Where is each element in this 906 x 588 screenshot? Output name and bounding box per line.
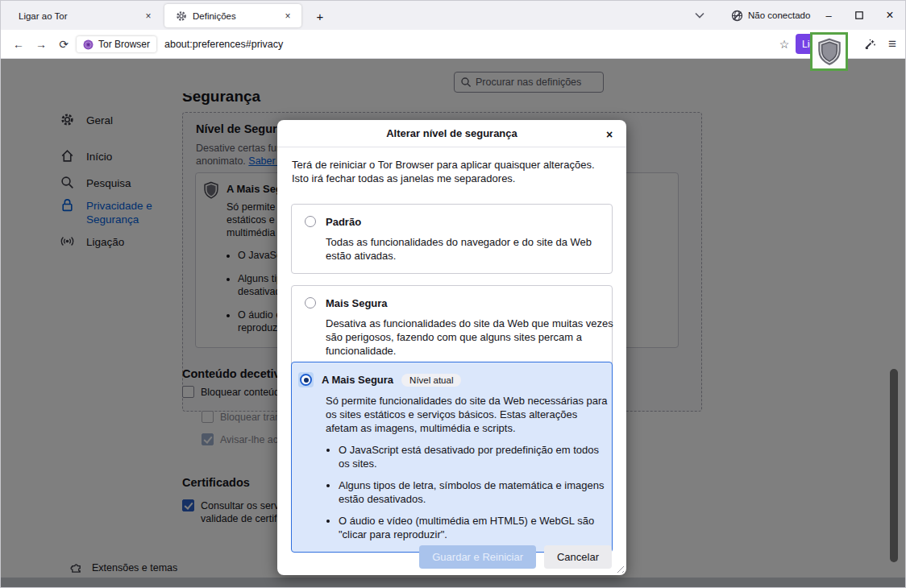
- option-padrao[interactable]: Padrão Todas as funcionalidades do naveg…: [291, 204, 613, 274]
- save-restart-button[interactable]: Guardar e Reiniciar: [419, 545, 536, 569]
- sidebar-item-ligacao[interactable]: Ligação: [60, 235, 181, 249]
- window-controls: – ×: [813, 1, 905, 30]
- new-tab-button[interactable]: +: [310, 6, 330, 26]
- radio-selected[interactable]: [300, 374, 312, 386]
- menu-icon[interactable]: ≡: [883, 35, 902, 54]
- page-content: Geral Início Pesquisa Privacidade e Segu…: [1, 59, 906, 588]
- site-chip-label: Tor Browser: [98, 39, 150, 50]
- option-title: A Mais Segura: [322, 374, 393, 386]
- option-title: Mais Segura: [326, 297, 388, 309]
- page-heading: Segurança: [182, 93, 424, 107]
- option-description: Todas as funcionalidades do navegador e …: [326, 235, 600, 263]
- security-level-dialog: Alterar nível de segurança × Terá de rei…: [277, 120, 626, 575]
- wand-icon[interactable]: [860, 35, 879, 54]
- broadcast-icon: [60, 234, 75, 248]
- sidebar-item-geral[interactable]: Geral: [60, 114, 181, 127]
- security-level-highlight: [810, 32, 848, 71]
- back-icon[interactable]: ←: [9, 35, 28, 54]
- dialog-title: Alterar nível de segurança: [386, 127, 517, 139]
- option-bullets: O JavaScript está desativado por predefi…: [339, 443, 605, 541]
- sidebar-footer-label: Extensões e temas: [92, 562, 177, 574]
- shield-icon: [203, 181, 219, 199]
- gear-icon: [176, 10, 187, 22]
- dialog-header: Alterar nível de segurança ×: [277, 120, 626, 147]
- gear-icon: [60, 113, 75, 126]
- checkbox-unchecked[interactable]: [202, 411, 214, 423]
- shield-icon[interactable]: [817, 37, 842, 66]
- tab-definicoes[interactable]: Definições ×: [164, 4, 301, 27]
- sidebar-label: Geral: [86, 114, 113, 127]
- no-connection-icon: [731, 10, 743, 22]
- close-window-icon[interactable]: ×: [875, 1, 905, 30]
- tab-close-icon[interactable]: ×: [281, 9, 295, 23]
- connection-status-label: Não conectado: [748, 10, 810, 20]
- sidebar-item-pesquisa[interactable]: Pesquisa: [60, 176, 181, 190]
- dialog-body-text: Terá de reiniciar o Tor Browser para apl…: [292, 158, 611, 185]
- site-identity-chip[interactable]: Tor Browser: [77, 36, 156, 52]
- ocsp-checkbox[interactable]: Consultar os servido validade de certifi…: [182, 499, 293, 525]
- chevron-down-icon[interactable]: [691, 7, 709, 23]
- cancel-button[interactable]: Cancelar: [544, 545, 612, 569]
- star-icon[interactable]: ☆: [775, 35, 794, 54]
- current-level-badge: Nível atual: [401, 374, 461, 387]
- tab-ligar-ao-tor[interactable]: Ligar ao Tor ×: [7, 4, 162, 27]
- tor-onion-icon: [83, 39, 94, 50]
- sidebar-item-extensoes[interactable]: Extensões e temas: [70, 561, 177, 574]
- scrollbar-thumb[interactable]: [890, 369, 898, 562]
- certificates-heading: Certificados: [182, 476, 250, 489]
- url-bar[interactable]: Tor Browser about:preferences#privacy: [77, 34, 641, 55]
- close-icon[interactable]: ×: [601, 126, 618, 143]
- sidebar-label: Privacidade e Segurança: [86, 199, 181, 226]
- reload-icon[interactable]: ⟳: [54, 35, 73, 54]
- browser-window: Ligar ao Tor × Definições × + Não conect…: [0, 0, 906, 588]
- option-description: Desativa as funcionalidades do site da W…: [326, 317, 616, 358]
- checkbox-unchecked[interactable]: [182, 386, 194, 398]
- url-text: about:preferences#privacy: [164, 39, 283, 50]
- option-title: Padrão: [326, 216, 361, 228]
- tab-label: Ligar ao Tor: [19, 11, 141, 21]
- checkbox-checked-disabled[interactable]: [202, 433, 214, 445]
- navigation-toolbar: ← → ⟳ Tor Browser about:preferences#priv…: [1, 30, 905, 59]
- maximize-icon[interactable]: [844, 1, 875, 30]
- tab-close-icon[interactable]: ×: [141, 9, 156, 23]
- forward-icon[interactable]: →: [31, 35, 51, 54]
- settings-search[interactable]: [454, 72, 604, 93]
- sidebar-label: Ligação: [86, 235, 124, 249]
- search-icon: [60, 176, 75, 189]
- radio-unselected[interactable]: [305, 297, 316, 308]
- sidebar-label: Início: [86, 150, 112, 164]
- page-bottom-strip: [1, 578, 906, 588]
- search-icon: [460, 77, 472, 88]
- sidebar-label: Pesquisa: [86, 176, 131, 190]
- radio-unselected[interactable]: [305, 216, 316, 227]
- dialog-footer: Guardar e Reiniciar Cancelar: [419, 545, 612, 569]
- tab-bar: Ligar ao Tor × Definições × + Não conect…: [1, 1, 905, 30]
- search-input[interactable]: [476, 72, 601, 92]
- option-description: Só permite funcionalidades do site da We…: [326, 394, 608, 435]
- minimize-icon[interactable]: –: [813, 1, 844, 30]
- option-a-mais-segura[interactable]: A Mais Segura Nível atual Só permite fun…: [291, 362, 613, 553]
- dialog-resize-handle[interactable]: [614, 563, 624, 573]
- connection-status[interactable]: Não conectado: [731, 1, 810, 30]
- lock-icon: [60, 198, 75, 212]
- home-icon: [60, 149, 75, 163]
- tab-label: Definições: [193, 11, 281, 21]
- checkbox-checked[interactable]: [182, 499, 194, 511]
- puzzle-icon: [70, 561, 82, 574]
- option-mais-segura[interactable]: Mais Segura Desativa as funcionalidades …: [291, 285, 613, 369]
- sidebar-item-inicio[interactable]: Início: [60, 150, 181, 164]
- sidebar-item-privacidade[interactable]: Privacidade e Segurança: [60, 199, 181, 226]
